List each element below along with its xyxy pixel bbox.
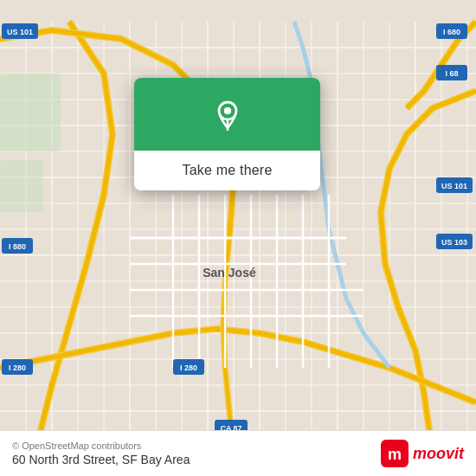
- svg-text:US 101: US 101: [441, 182, 467, 190]
- attribution-text: © OpenStreetMap contributors: [12, 441, 190, 451]
- location-pin-icon: [209, 97, 247, 135]
- bottom-left-info: © OpenStreetMap contributors 60 North 3r…: [12, 441, 190, 466]
- svg-text:US 103: US 103: [441, 238, 467, 247]
- moovit-brand-icon: m: [381, 440, 408, 467]
- svg-text:I 280: I 280: [9, 363, 26, 372]
- map-container: San José US 101 I 680 I 880 US 101 US 10…: [0, 0, 476, 476]
- svg-point-69: [224, 107, 231, 114]
- svg-text:San José: San José: [203, 266, 256, 280]
- svg-text:I 280: I 280: [180, 363, 197, 372]
- svg-text:I 880: I 880: [9, 242, 26, 251]
- svg-text:m: m: [388, 446, 402, 463]
- svg-text:I 68: I 68: [445, 69, 458, 78]
- location-name: 60 North 3rd Street, SF Bay Area: [12, 453, 190, 466]
- svg-text:I 680: I 680: [443, 28, 460, 36]
- bottom-bar: © OpenStreetMap contributors 60 North 3r…: [0, 430, 476, 476]
- take-me-there-button[interactable]: Take me there: [134, 151, 320, 190]
- moovit-logo: m moovit: [381, 440, 464, 467]
- svg-text:US 101: US 101: [7, 28, 33, 36]
- popup-green-header: [134, 78, 320, 151]
- svg-rect-47: [0, 74, 61, 151]
- map-background: San José US 101 I 680 I 880 US 101 US 10…: [0, 0, 476, 476]
- popup-card: Take me there: [134, 78, 320, 190]
- moovit-brand-label: moovit: [413, 445, 464, 463]
- svg-rect-48: [0, 160, 43, 212]
